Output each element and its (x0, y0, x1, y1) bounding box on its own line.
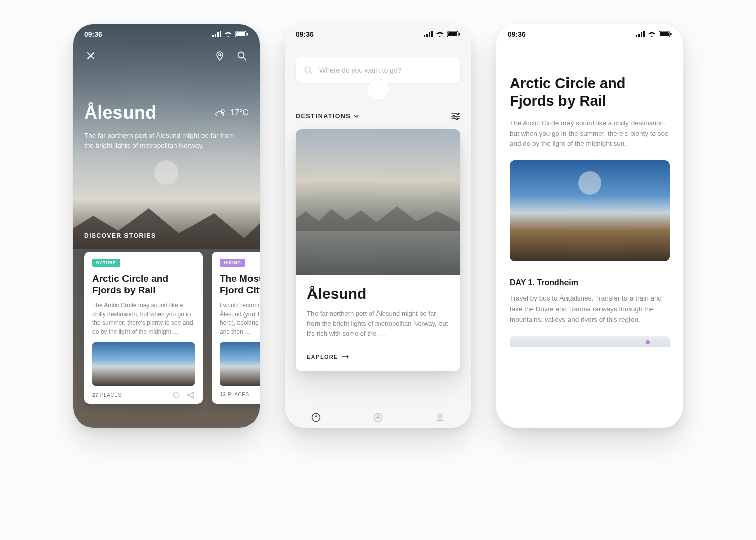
tab-bar (285, 407, 471, 428)
wifi-icon (224, 31, 232, 37)
svg-rect-33 (670, 33, 672, 36)
svg-rect-18 (448, 32, 457, 36)
search-input[interactable] (319, 66, 452, 74)
story-card-desc: I would recommend flying straight into Å… (220, 301, 260, 336)
svg-point-21 (457, 113, 459, 115)
status-bar: 09:36 (73, 24, 260, 44)
battery-icon (447, 31, 460, 37)
cloud-sun-icon (215, 108, 226, 117)
filter-icon[interactable] (451, 113, 460, 120)
weather: 17°C (215, 108, 248, 117)
svg-point-11 (192, 392, 194, 394)
tab-explore-icon[interactable] (311, 413, 321, 422)
status-time: 09:36 (84, 30, 102, 38)
destinations-label: DESTINATIONS (296, 113, 351, 120)
map-preview[interactable] (510, 336, 670, 347)
svg-rect-32 (660, 32, 669, 36)
indicator-circle (578, 171, 601, 195)
svg-rect-15 (429, 32, 430, 37)
tag-hiking: HIKING (220, 259, 245, 267)
map-pin-icon[interactable] (213, 49, 226, 63)
article-title: Arctic Circle and Fjords by Rail (510, 75, 670, 110)
day-heading: DAY 1. Trondheim (510, 278, 670, 287)
explore-link[interactable]: EXPLORE (307, 354, 449, 360)
hero-title: Ålesund (84, 102, 156, 124)
article-hero-image (510, 160, 670, 261)
tab-add-icon[interactable] (373, 413, 383, 422)
svg-rect-28 (638, 34, 640, 37)
search-icon (304, 66, 313, 75)
hero-description: The far northern port of Ålesund might b… (84, 131, 235, 151)
svg-rect-19 (459, 33, 460, 36)
destination-card-title: Ålesund (307, 285, 449, 303)
story-card-desc: The Arctic Circle may sound like a chill… (92, 301, 195, 336)
story-card-image (92, 342, 195, 386)
destinations-dropdown[interactable]: DESTINATIONS (296, 113, 359, 120)
svg-rect-5 (236, 32, 245, 36)
tag-nature: NATURE (92, 259, 120, 267)
phone-screen-2: 09:36 DESTINATIONS Ålesund (285, 24, 471, 428)
places-count: 13 PLACES (220, 392, 249, 397)
svg-rect-13 (424, 35, 425, 37)
svg-rect-16 (431, 31, 433, 37)
article-body[interactable]: Arctic Circle and Fjords by Rail The Arc… (496, 24, 683, 428)
svg-point-10 (187, 394, 190, 396)
status-bar: 09:36 (285, 24, 471, 44)
svg-rect-6 (247, 33, 248, 36)
arrow-right-icon (342, 355, 349, 359)
signal-icon (636, 31, 645, 37)
share-icon[interactable] (186, 392, 195, 399)
destination-card[interactable]: Ålesund The far northern port of Ålesund… (296, 129, 460, 371)
status-icons (212, 31, 248, 37)
svg-rect-29 (641, 32, 642, 37)
battery-icon (659, 31, 672, 37)
phone-screen-1: 09:36 (73, 24, 260, 428)
story-card-image (220, 342, 260, 386)
svg-point-23 (456, 118, 458, 120)
story-card-title: Arctic Circle and Fjords by Rail (92, 273, 195, 296)
story-card[interactable]: HIKING The Most Beautiful Fjord City I w… (212, 252, 260, 404)
tab-profile-icon[interactable] (435, 413, 445, 422)
wifi-icon (648, 31, 656, 37)
destination-card-image (296, 129, 460, 275)
indicator-circle (154, 160, 178, 185)
chevron-down-icon (354, 115, 359, 118)
svg-rect-2 (217, 32, 219, 37)
svg-point-8 (238, 52, 244, 58)
article-intro: The Arctic Circle may sound like a chill… (510, 118, 670, 150)
search-icon[interactable] (235, 49, 248, 63)
svg-point-26 (438, 414, 442, 417)
status-time: 09:36 (508, 30, 526, 38)
story-card[interactable]: NATURE Arctic Circle and Fjords by Rail … (84, 252, 203, 404)
close-icon[interactable] (84, 49, 97, 63)
discover-stories-label: DISCOVER STORIES (84, 232, 156, 239)
indicator-circle (367, 79, 389, 101)
svg-point-7 (219, 54, 221, 56)
story-card-title: The Most Beautiful Fjord City (220, 273, 260, 296)
signal-icon (424, 31, 433, 37)
hero-mountains (73, 188, 260, 249)
hero-section: Ålesund 17°C The far northern port of Ål… (73, 24, 260, 249)
battery-icon (235, 31, 248, 37)
destination-card-desc: The far northern port of Ålesund might b… (307, 309, 449, 339)
signal-icon (212, 31, 221, 37)
svg-rect-0 (212, 35, 214, 37)
day-description: Travel by bus to Åndalsnes. Transfer to … (510, 293, 670, 325)
weather-temp: 17°C (230, 108, 248, 117)
explore-label: EXPLORE (307, 354, 338, 360)
svg-point-22 (453, 115, 455, 117)
svg-point-12 (192, 396, 194, 398)
status-time: 09:36 (296, 30, 314, 38)
status-bar: 09:36 (496, 24, 683, 44)
story-cards-scroller[interactable]: NATURE Arctic Circle and Fjords by Rail … (73, 249, 260, 428)
svg-point-20 (305, 67, 310, 72)
status-icons (636, 31, 672, 37)
svg-rect-3 (220, 31, 221, 37)
svg-rect-30 (643, 31, 645, 37)
svg-rect-27 (636, 35, 637, 37)
heart-icon[interactable] (172, 392, 180, 399)
svg-rect-14 (426, 34, 428, 37)
svg-rect-1 (215, 34, 216, 37)
phone-screen-3: 09:36 Arctic Circle and Fjords by Rail T… (496, 24, 683, 428)
status-icons (424, 31, 460, 37)
